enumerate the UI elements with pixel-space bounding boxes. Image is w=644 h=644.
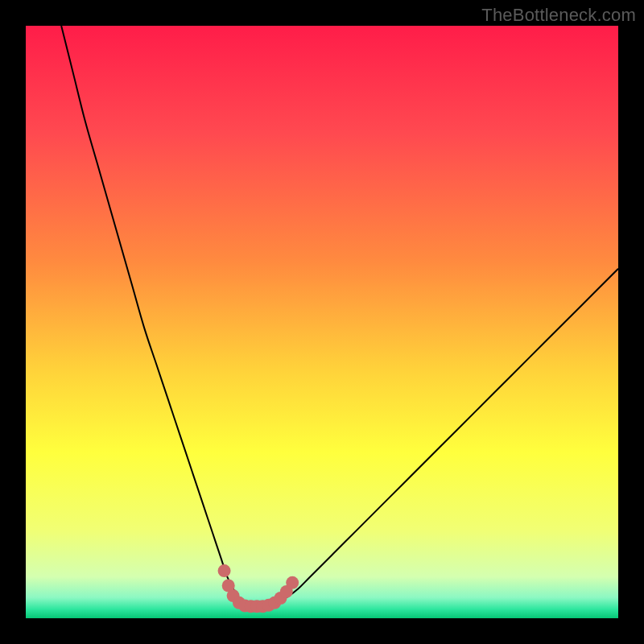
- plot-area: [26, 26, 618, 618]
- chart-frame: TheBottleneck.com: [0, 0, 644, 644]
- optimal-marker: [218, 564, 231, 577]
- watermark-text: TheBottleneck.com: [481, 5, 636, 26]
- optimal-markers: [26, 26, 618, 618]
- optimal-marker: [286, 576, 299, 589]
